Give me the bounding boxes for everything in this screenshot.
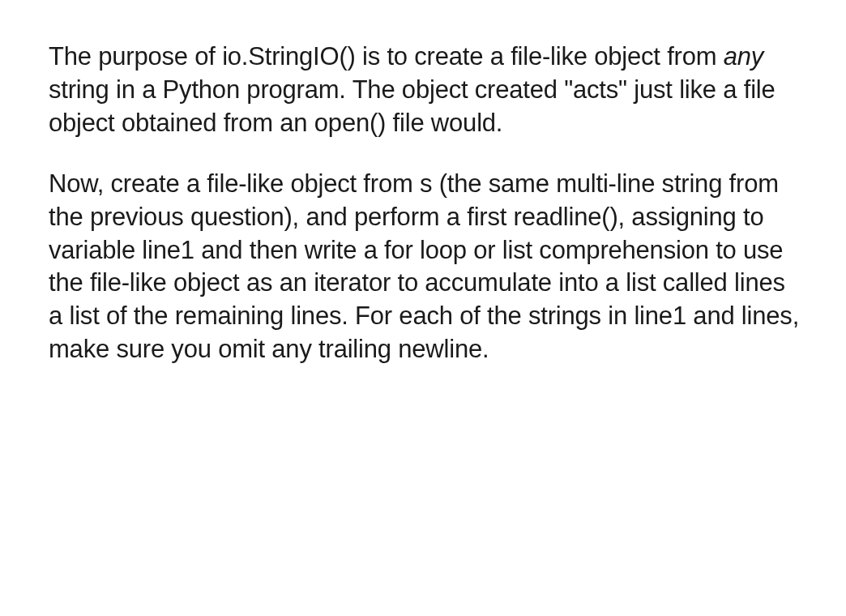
text-segment: The purpose of io.StringIO() is to creat… — [49, 42, 724, 71]
paragraph-1: The purpose of io.StringIO() is to creat… — [49, 41, 801, 140]
italic-text: any — [724, 42, 763, 71]
text-segment: Now, create a file-like object from s (t… — [49, 169, 799, 364]
paragraph-2: Now, create a file-like object from s (t… — [49, 168, 801, 366]
text-segment: string in a Python program. The object c… — [49, 75, 776, 137]
